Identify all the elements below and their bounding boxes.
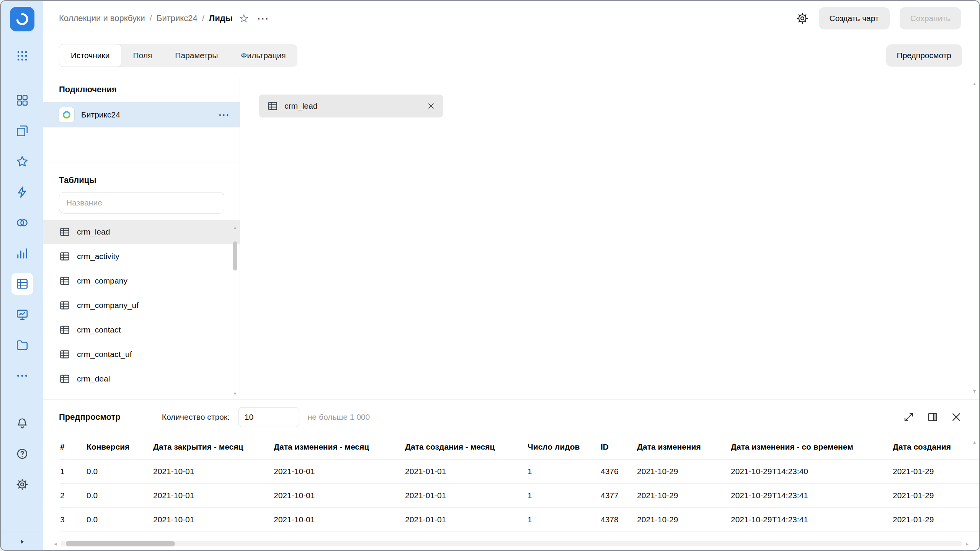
table-icon	[59, 373, 70, 385]
cell: 1	[528, 483, 601, 507]
breadcrumb-dataset-name: Лиды	[209, 13, 233, 23]
table-list-item[interactable]: crm_contact	[43, 318, 240, 342]
tab-fields[interactable]: Поля	[121, 44, 163, 67]
cell: 0.0	[87, 483, 153, 507]
connections-title: Подключения	[59, 85, 240, 95]
cell: 2021-01-29	[893, 507, 980, 531]
connection-more-icon[interactable]: ⋯	[218, 109, 230, 121]
fullscreen-icon[interactable]	[903, 411, 915, 423]
datalens-swirl-icon	[15, 11, 30, 27]
notifications-icon[interactable]	[1, 408, 43, 439]
close-preview-icon[interactable]	[951, 411, 962, 423]
favorite-star-icon[interactable]: ☆	[239, 13, 249, 24]
table-name: crm_contact	[77, 325, 121, 334]
services-icon[interactable]	[1, 207, 43, 238]
horizontal-scrollbar[interactable]: ◂ ▸	[54, 540, 969, 548]
sidebar-collapse-button[interactable]	[1, 533, 43, 550]
preview-toggle-button[interactable]: Предпросмотр	[886, 44, 962, 67]
apps-grid-icon[interactable]	[1, 41, 43, 71]
tables-title: Таблицы	[59, 175, 240, 185]
cell: 2021-10-29T14:23:41	[731, 507, 893, 531]
favorites-icon[interactable]	[1, 146, 43, 177]
more-services-icon[interactable]	[1, 360, 43, 391]
remove-table-icon[interactable]	[427, 102, 435, 110]
cell: 0.0	[87, 507, 153, 531]
scroll-left-icon[interactable]: ◂	[54, 541, 57, 546]
breadcrumb-workbook[interactable]: Битрикс24	[157, 13, 198, 23]
tab-filtering[interactable]: Фильтрация	[229, 44, 297, 67]
table-list-item[interactable]: crm_contact_uf	[43, 342, 240, 367]
row-count-input[interactable]	[238, 407, 299, 427]
table-icon	[59, 251, 70, 262]
selected-table-chip[interactable]: crm_lead	[259, 95, 443, 117]
help-icon[interactable]	[1, 439, 43, 469]
cell: 1	[60, 459, 87, 483]
column-header: Дата создания	[893, 435, 980, 459]
cell: 2021-10-01	[153, 507, 274, 531]
charts-icon[interactable]	[1, 238, 43, 269]
table-icon	[59, 275, 70, 287]
cell: 4376	[601, 459, 637, 483]
datalens-dataset-editor: Коллекции и воркбуки / Битрикс24 / Лиды …	[0, 0, 980, 551]
table-row: 2 0.0 2021-10-01 2021-10-01 2021-01-01 1…	[60, 483, 980, 507]
connection-name: Битрикс24	[81, 110, 120, 119]
cell: 2021-10-01	[274, 483, 405, 507]
table-list-item[interactable]: crm_company_uf	[43, 293, 240, 318]
dashboards-icon[interactable]	[1, 85, 43, 116]
canvas-scroll-down-icon[interactable]: ▾	[973, 388, 976, 394]
storage-icon[interactable]	[1, 330, 43, 360]
table-name: crm_company	[77, 276, 127, 285]
datalens-logo[interactable]	[10, 7, 34, 31]
cell: 3	[60, 507, 87, 531]
connections-icon[interactable]	[1, 177, 43, 207]
scroll-right-icon[interactable]: ▸	[966, 541, 969, 546]
cell: 2021-10-29	[637, 459, 731, 483]
scrollbar-thumb[interactable]	[233, 241, 237, 271]
table-icon	[59, 324, 70, 336]
cell: 1	[528, 459, 601, 483]
breadcrumb-more-icon[interactable]: ⋯	[256, 12, 269, 24]
cell: 4377	[601, 483, 637, 507]
datasets-icon[interactable]	[1, 269, 43, 299]
column-header: Дата закрытия - месяц	[153, 435, 274, 459]
collections-icon[interactable]	[1, 116, 43, 146]
table-row: 1 0.0 2021-10-01 2021-10-01 2021-01-01 1…	[60, 459, 980, 483]
table-list-item[interactable]: crm_lead	[43, 220, 240, 244]
cell: 4378	[601, 507, 637, 531]
table-list-item[interactable]: crm_company	[43, 269, 240, 293]
cell: 2021-01-29	[893, 483, 980, 507]
column-header: #	[60, 435, 87, 459]
scrollbar-thumb[interactable]	[66, 541, 175, 546]
cell: 2021-10-01	[153, 483, 274, 507]
table-search-input[interactable]	[59, 192, 224, 214]
table-list-item[interactable]: crm_activity	[43, 244, 240, 269]
breadcrumb-collections[interactable]: Коллекции и воркбуки	[59, 13, 145, 23]
preview-scroll-up-icon[interactable]: ▴	[973, 439, 976, 445]
breadcrumb-separator: /	[150, 13, 152, 23]
tab-parameters[interactable]: Параметры	[163, 44, 229, 67]
breadcrumb-separator: /	[202, 13, 204, 23]
table-list-item[interactable]: crm_deal	[43, 367, 240, 391]
preview-title: Предпросмотр	[59, 412, 121, 422]
scrollbar-track[interactable]	[60, 541, 962, 546]
dataset-settings-icon[interactable]	[796, 12, 809, 25]
connection-item-bitrix24[interactable]: Битрикс24 ⋯	[43, 102, 240, 127]
dock-panel-icon[interactable]	[927, 411, 938, 423]
tab-group: Источники Поля Параметры Фильтрация	[59, 44, 297, 67]
editor-icon[interactable]	[1, 299, 43, 330]
table-name: crm_contact_uf	[77, 350, 132, 359]
canvas-scroll-up-icon[interactable]: ▴	[973, 81, 976, 86]
sources-canvas: crm_lead ▴ ▾	[240, 75, 979, 401]
table-list-scrollbar[interactable]: ▴ ▾	[232, 225, 238, 396]
preview-actions	[903, 411, 962, 423]
scroll-down-icon[interactable]: ▾	[234, 391, 236, 396]
settings-icon[interactable]	[1, 469, 43, 500]
preview-panel: Предпросмотр Количество строк: не больше…	[43, 399, 979, 550]
column-header: Число лидов	[528, 435, 601, 459]
tab-sources[interactable]: Источники	[59, 44, 121, 67]
save-button[interactable]: Сохранить	[900, 7, 961, 29]
table-name: crm_activity	[77, 252, 119, 261]
row-count-label: Количество строк:	[162, 412, 230, 422]
scroll-up-icon[interactable]: ▴	[234, 225, 236, 230]
create-chart-button[interactable]: Создать чарт	[819, 7, 890, 29]
